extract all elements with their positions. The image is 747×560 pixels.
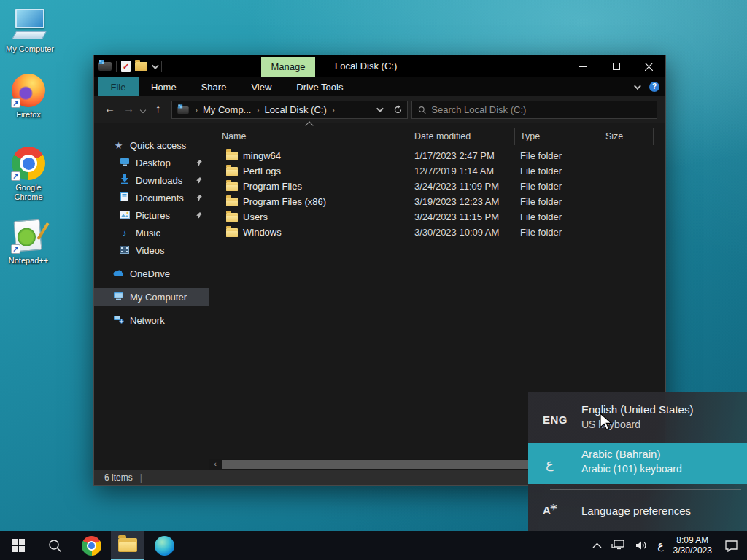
language-subtitle: Arabic (101) keyboard [581,463,682,475]
language-badge: ENG [543,413,568,426]
column-header-size[interactable]: Size [600,128,654,145]
title-bar[interactable]: ✓ Manage Local Disk (C:) [94,55,665,77]
edge-icon [155,536,174,556]
file-row[interactable]: Users 3/24/2023 11:15 PM File folder [209,209,665,225]
sidebar-item-onedrive[interactable]: OneDrive [94,265,209,282]
file-type: File folder [520,181,562,192]
address-dropdown-chevron-icon[interactable] [376,105,384,112]
star-icon: ★ [113,140,124,151]
sidebar-item-videos[interactable]: Videos [94,241,209,259]
taskbar-search-button[interactable] [38,531,71,560]
file-name: PerfLogs [243,166,281,176]
tab-share[interactable]: Share [189,77,239,96]
collapse-ribbon-chevron-icon[interactable] [634,82,641,90]
sidebar-item-downloads[interactable]: Downloads [94,171,209,189]
language-preferences-icon: A字 [543,503,557,516]
search-box[interactable] [411,101,657,119]
items-count: 6 items [104,472,133,483]
taskbar: ع 8:09 AM 3/30/2023 [0,531,747,560]
sidebar-item-desktop[interactable]: Desktop [94,154,209,171]
navigation-bar: ← → ↑ › My Comp... › Local Disk (C:) › [94,96,665,123]
sidebar-item-label: Documents [136,192,184,203]
manage-contextual-tab[interactable]: Manage [261,57,315,77]
taskbar-file-explorer-button[interactable] [111,531,144,560]
computer-icon [113,292,124,303]
file-row[interactable]: Program Files (x86) 3/19/2023 12:23 AM F… [209,194,665,209]
properties-icon[interactable]: ✓ [121,61,131,72]
file-row[interactable]: PerfLogs 12/7/2019 1:14 AM File folder [209,163,665,179]
customize-toolbar-chevron-icon[interactable] [152,62,159,69]
scroll-left-arrow[interactable]: ‹ [211,459,220,470]
breadcrumb-separator: › [195,105,198,115]
column-header-type[interactable]: Type [515,128,600,145]
search-icon [48,539,62,553]
sidebar-item-pictures[interactable]: Pictures [94,206,209,224]
breadcrumb-current[interactable]: Local Disk (C:) [264,104,326,115]
action-center-icon[interactable] [724,540,738,552]
file-row[interactable]: Program Files 3/24/2023 11:09 PM File fo… [209,179,665,194]
pin-icon [196,192,203,203]
sidebar-item-quick-access[interactable]: ★ Quick access [94,136,209,154]
forward-button[interactable]: → [123,102,134,114]
breadcrumb-root[interactable]: My Comp... [203,104,251,115]
language-option-arabic[interactable]: ع Arabic (Bahrain) Arabic (101) keyboard [528,443,747,484]
desktop-icon-firefox[interactable]: ↗ Firefox [0,73,57,120]
tab-home[interactable]: Home [139,77,189,96]
language-switcher-popup: ENG English (United States) US keyboard … [528,392,747,531]
pin-icon [196,158,203,168]
taskbar-clock[interactable]: 8:09 AM 3/30/2023 [673,535,712,556]
refresh-icon[interactable] [393,105,403,114]
minimize-button[interactable] [567,55,600,77]
column-header-name[interactable]: Name [209,128,409,145]
file-date: 3/24/2023 11:09 PM [414,181,499,192]
file-row[interactable]: Windows 3/30/2023 10:09 AM File folder [209,225,665,240]
taskbar-edge-button[interactable] [147,531,181,560]
up-button[interactable]: ↑ [155,102,161,114]
desktop-icon-my-computer[interactable]: My Computer [1,7,58,54]
file-name: Program Files (x86) [243,196,326,207]
maximize-button[interactable] [600,55,632,77]
tab-drive-tools[interactable]: Drive Tools [284,77,355,96]
file-name: Users [243,211,268,222]
sidebar-item-my-computer[interactable]: My Computer [94,288,209,306]
column-headers: Name Date modified Type Size [209,128,654,145]
new-folder-icon[interactable] [135,62,147,71]
address-bar[interactable]: › My Comp... › Local Disk (C:) › [171,101,408,119]
taskbar-chrome-button[interactable] [74,531,108,560]
sidebar-item-label: My Computer [130,292,187,303]
sidebar-item-music[interactable]: ♪ Music [94,224,209,241]
sidebar-item-label: Music [136,228,160,238]
recent-locations-chevron-icon[interactable] [140,107,146,113]
status-separator: | [140,472,142,483]
breadcrumb-separator: › [256,105,259,115]
tray-chevron-up-icon[interactable] [592,542,602,548]
network-icon [113,315,124,326]
back-button[interactable]: ← [104,102,115,114]
help-icon[interactable]: ? [649,82,659,92]
chrome-icon: ↗ [11,146,46,181]
desktop-icon-notepadpp[interactable]: ↗ Notepad++ [0,219,57,265]
tab-file[interactable]: File [98,77,139,96]
network-icon[interactable] [611,540,626,551]
file-type: File folder [520,227,562,238]
sidebar-item-network[interactable]: Network [94,311,209,329]
speaker-icon[interactable] [635,540,648,551]
column-header-date[interactable]: Date modified [409,128,515,145]
music-icon: ♪ [119,228,130,238]
tray-date: 3/30/2023 [673,545,712,556]
sidebar-item-documents[interactable]: Documents [94,189,209,206]
file-row[interactable]: mingw64 1/17/2023 2:47 PM File folder [209,148,665,163]
search-input[interactable] [431,104,651,115]
start-button[interactable] [1,531,35,560]
tray-language-indicator[interactable]: ع [657,540,663,551]
language-preferences-item[interactable]: A字 Language preferences [528,494,747,529]
language-preferences-label: Language preferences [581,505,691,517]
language-option-english[interactable]: ENG English (United States) US keyboard [528,398,747,440]
sidebar-item-label: OneDrive [130,268,170,279]
videos-icon [119,245,130,256]
tab-view[interactable]: View [239,77,284,96]
close-button[interactable] [632,55,665,77]
desktop-icon-google-chrome[interactable]: ↗ Google Chrome [0,146,57,202]
my-computer-icon [12,7,47,42]
sidebar-item-label: Videos [136,245,165,256]
